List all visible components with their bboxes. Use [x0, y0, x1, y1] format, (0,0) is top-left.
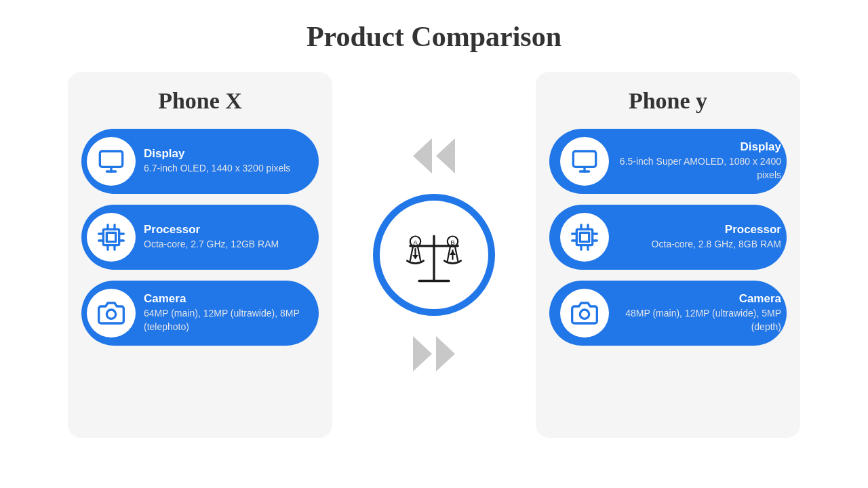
phone-x-processor-text: Processor Octa-core, 2.7 GHz, 12GB RAM [144, 223, 308, 251]
monitor-icon [98, 148, 125, 175]
middle-section: A B [332, 138, 536, 371]
monitor-icon-right [571, 148, 598, 175]
chevron-left-2 [436, 138, 455, 174]
phone-y-title: Phone y [549, 88, 787, 114]
camera-icon [98, 300, 125, 327]
scale-circle: A B [373, 194, 495, 316]
svg-line-18 [418, 246, 420, 261]
phone-x-camera-row: Camera 64MP (main), 12MP (ultrawide), 8M… [81, 281, 319, 346]
cpu-icon-right [571, 224, 598, 251]
svg-line-17 [410, 246, 413, 261]
phone-y-camera-value: 48MP (main), 12MP (ultrawide), 5MP (dept… [617, 307, 781, 333]
phone-y-processor-text: Processor Octa-core, 2.8 GHz, 8GB RAM [617, 223, 781, 251]
svg-text:B: B [450, 239, 455, 246]
phone-y-display-name: Display [617, 140, 781, 154]
phone-y-camera-name: Camera [617, 292, 781, 306]
cpu-icon [98, 224, 125, 251]
phone-y-camera-row: Camera 48MP (main), 12MP (ultrawide), 5M… [549, 281, 787, 346]
phone-x-display-row: Display 6.7-inch OLED, 1440 x 3200 pixel… [81, 129, 319, 194]
phone-y-processor-row: Processor Octa-core, 2.8 GHz, 8GB RAM [549, 205, 787, 270]
phone-x-camera-value: 64MP (main), 12MP (ultrawide), 8MP (tele… [144, 307, 308, 333]
phone-y-card: Phone y Display 6.5-inch Super AMOLED, 1… [536, 72, 800, 438]
svg-rect-4 [106, 232, 115, 241]
phone-x-camera-name: Camera [144, 292, 308, 306]
chevron-left-1 [413, 138, 432, 174]
svg-point-42 [580, 310, 589, 319]
chevrons-right-group [413, 336, 455, 371]
svg-rect-29 [573, 151, 595, 167]
chevron-right-1 [413, 336, 432, 371]
svg-point-13 [106, 310, 115, 319]
balance-scale-icon: A B [397, 218, 471, 292]
phone-y-processor-value: Octa-core, 2.8 GHz, 8GB RAM [617, 238, 781, 251]
phone-x-display-icon-circle [87, 137, 136, 186]
phone-x-display-name: Display [144, 147, 308, 161]
phone-x-display-text: Display 6.7-inch OLED, 1440 x 3200 pixel… [144, 147, 308, 176]
phone-x-processor-name: Processor [144, 223, 308, 237]
phone-x-card: Phone X Display 6.7-inch OLED, 1440 x 32… [68, 72, 332, 438]
phone-y-display-value: 6.5-inch Super AMOLED, 1080 x 2400 pixel… [617, 155, 781, 182]
phone-x-camera-text: Camera 64MP (main), 12MP (ultrawide), 8M… [144, 292, 308, 333]
phone-y-display-icon-circle [560, 137, 609, 186]
svg-marker-26 [412, 255, 418, 260]
svg-marker-28 [450, 250, 456, 255]
svg-text:A: A [413, 239, 418, 246]
phone-x-display-value: 6.7-inch OLED, 1440 x 3200 pixels [144, 162, 308, 176]
phone-x-processor-icon-circle [87, 213, 136, 262]
phone-x-camera-icon-circle [87, 289, 136, 338]
page-title: Product Comparison [307, 20, 561, 53]
phone-y-display-row: Display 6.5-inch Super AMOLED, 1080 x 24… [549, 129, 787, 194]
phone-y-camera-icon-circle [560, 289, 609, 338]
phone-y-processor-name: Processor [617, 223, 781, 237]
chevron-right-2 [436, 336, 455, 371]
phone-x-processor-row: Processor Octa-core, 2.7 GHz, 12GB RAM [81, 205, 319, 270]
svg-line-20 [455, 246, 458, 261]
comparison-layout: Phone X Display 6.7-inch OLED, 1440 x 32… [27, 72, 841, 438]
svg-rect-33 [580, 232, 589, 241]
phone-x-processor-value: Octa-core, 2.7 GHz, 12GB RAM [144, 238, 308, 251]
phone-x-title: Phone X [81, 88, 319, 114]
camera-icon-right [571, 300, 598, 327]
svg-line-19 [448, 246, 450, 261]
phone-y-camera-text: Camera 48MP (main), 12MP (ultrawide), 5M… [617, 292, 781, 333]
chevrons-left-group [413, 138, 455, 174]
phone-y-processor-icon-circle [560, 213, 609, 262]
svg-rect-0 [100, 151, 122, 167]
phone-y-display-text: Display 6.5-inch Super AMOLED, 1080 x 24… [617, 140, 781, 182]
